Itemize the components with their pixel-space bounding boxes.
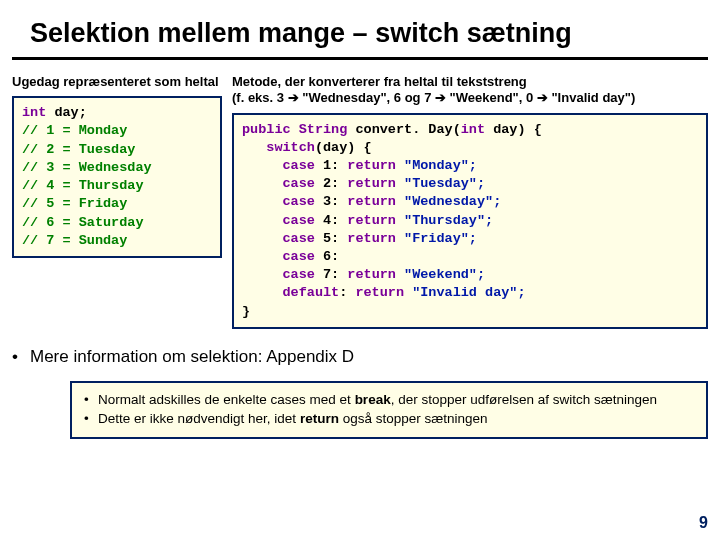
kw-return: return: [347, 158, 396, 173]
slide-title: Selektion mellem mange – switch sætning: [0, 0, 720, 57]
str-lit: "Weekend";: [396, 267, 485, 282]
comment-3: // 3 = Wednesday: [22, 160, 152, 175]
kw-return: return: [355, 285, 404, 300]
kw-case: case: [242, 267, 315, 282]
kw-return: return: [347, 213, 396, 228]
note2b: også stopper sætningen: [339, 411, 488, 426]
case-num: 5:: [315, 231, 347, 246]
kw-case: case: [242, 231, 315, 246]
note-line-1: •Normalt adskilles de enkelte cases med …: [84, 391, 694, 410]
bullet-text: Mere information om selektion: Appendix …: [30, 347, 354, 366]
kw-case: case: [242, 213, 315, 228]
subhead-ex3: "Weekend", 0: [446, 90, 537, 105]
close-brace: }: [242, 304, 250, 319]
default-colon: :: [339, 285, 355, 300]
note1b: , der stopper udførelsen af switch sætni…: [391, 392, 657, 407]
str-lit: "Invalid day";: [404, 285, 526, 300]
type-string: String: [291, 122, 348, 137]
note1a: Normalt adskilles de enkelte cases med e…: [98, 392, 355, 407]
kw-return: return: [347, 231, 396, 246]
kw-return: return: [347, 176, 396, 191]
case-num: 3:: [315, 194, 347, 209]
note-box: •Normalt adskilles de enkelte cases med …: [70, 381, 708, 439]
kw-int: int: [461, 122, 485, 137]
comment-1: // 1 = Monday: [22, 123, 127, 138]
str-lit: "Monday";: [396, 158, 477, 173]
sig-end: day) {: [485, 122, 542, 137]
left-codebox: int day; // 1 = Monday // 2 = Tuesday //…: [12, 96, 222, 258]
kw-case: case: [242, 176, 315, 191]
str-lit: "Friday";: [396, 231, 477, 246]
subhead-ex1: (f. eks. 3: [232, 90, 288, 105]
content-row: Ugedag repræsenteret som heltal int day;…: [0, 74, 720, 329]
case-num: 7:: [315, 267, 347, 282]
comment-4: // 4 = Thursday: [22, 178, 144, 193]
arrow-icon: ➔: [435, 90, 446, 105]
meth-name: convert. Day(: [347, 122, 460, 137]
note1-kw: break: [355, 392, 391, 407]
subhead-line1: Metode, der konverterer fra heltal til t…: [232, 74, 527, 89]
kw-case: case: [242, 194, 315, 209]
note-line-2: •Dette er ikke nødvendigt her, idet retu…: [84, 410, 694, 429]
kw-int: int: [22, 105, 46, 120]
str-lit: "Tuesday";: [396, 176, 485, 191]
right-subhead: Metode, der konverterer fra heltal til t…: [232, 74, 708, 107]
title-rule: [12, 57, 708, 60]
arrow-icon: ➔: [537, 90, 548, 105]
kw-public: public: [242, 122, 291, 137]
comment-5: // 5 = Friday: [22, 196, 127, 211]
switch-expr: (day) {: [315, 140, 372, 155]
right-codebox: public String convert. Day(int day) { sw…: [232, 113, 708, 329]
decl-rest: day;: [46, 105, 87, 120]
arrow-icon: ➔: [288, 90, 299, 105]
case-num: 6:: [315, 249, 339, 264]
bullet-row: •Mere information om selektion: Appendix…: [12, 347, 720, 367]
note2-kw: return: [300, 411, 339, 426]
case-num: 1:: [315, 158, 347, 173]
right-column: Metode, der konverterer fra heltal til t…: [232, 74, 708, 329]
case-num: 2:: [315, 176, 347, 191]
comment-6: // 6 = Saturday: [22, 215, 144, 230]
subhead-ex2: "Wednesday", 6 og 7: [299, 90, 435, 105]
bullet-dot-icon: •: [12, 347, 30, 367]
subhead-ex4: "Invalid day"): [548, 90, 635, 105]
case-num: 4:: [315, 213, 347, 228]
page-number: 9: [699, 514, 708, 532]
kw-return: return: [347, 267, 396, 282]
note2a: Dette er ikke nødvendigt her, idet: [98, 411, 300, 426]
comment-7: // 7 = Sunday: [22, 233, 127, 248]
kw-case: case: [242, 158, 315, 173]
str-lit: "Wednesday";: [396, 194, 501, 209]
bullet-dot-icon: •: [84, 391, 98, 410]
kw-return: return: [347, 194, 396, 209]
comment-2: // 2 = Tuesday: [22, 142, 135, 157]
str-lit: "Thursday";: [396, 213, 493, 228]
kw-default: default: [242, 285, 339, 300]
bullet-dot-icon: •: [84, 410, 98, 429]
left-subhead: Ugedag repræsenteret som heltal: [12, 74, 222, 90]
kw-case: case: [242, 249, 315, 264]
kw-switch: switch: [242, 140, 315, 155]
left-column: Ugedag repræsenteret som heltal int day;…: [12, 74, 222, 329]
